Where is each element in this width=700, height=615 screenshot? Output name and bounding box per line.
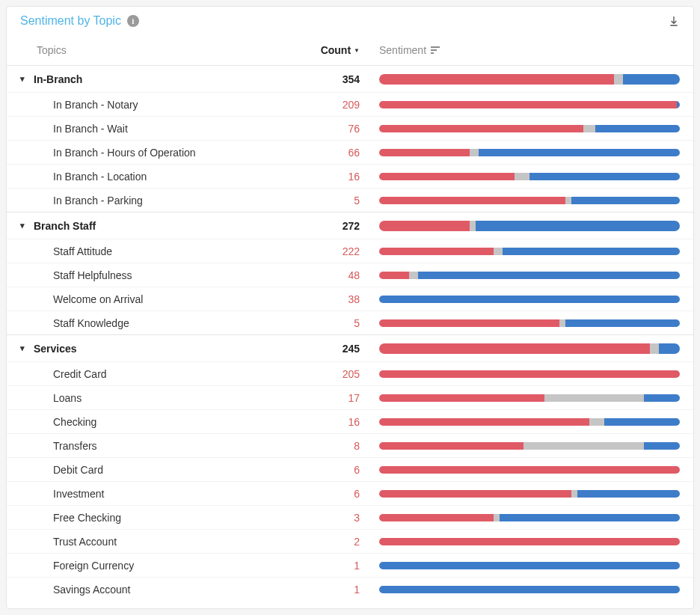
count-cell: 6 xyxy=(304,488,372,500)
topic-row[interactable]: In Branch - Location16 xyxy=(7,164,693,188)
sentiment-bar xyxy=(379,466,680,474)
count-cell: 5 xyxy=(304,317,372,329)
panel-title-wrap: Sentiment by Topic i xyxy=(20,14,139,28)
topic-row[interactable]: In Branch - Notary209 xyxy=(7,92,693,116)
topic-cell: Checking xyxy=(20,416,304,428)
sort-desc-icon: ▼ xyxy=(354,47,360,54)
segment-negative xyxy=(379,466,680,474)
segment-positive xyxy=(379,296,680,303)
download-icon[interactable] xyxy=(668,15,680,27)
sentiment-cell xyxy=(372,490,680,498)
segment-neutral xyxy=(470,221,476,231)
segment-neutral xyxy=(544,394,644,402)
topic-label: In Branch - Notary xyxy=(53,99,138,111)
topic-label: Trust Account xyxy=(53,536,117,548)
topic-label: Savings Account xyxy=(53,584,131,596)
segment-positive xyxy=(623,74,680,85)
topic-label: Branch Staff xyxy=(34,220,96,232)
sentiment-cell xyxy=(372,74,680,85)
topic-cell: Staff Helpfulness xyxy=(20,269,304,281)
topic-label: Foreign Currency xyxy=(53,560,134,572)
segment-neutral xyxy=(559,319,565,327)
topic-row[interactable]: Foreign Currency1 xyxy=(7,553,693,577)
segment-positive xyxy=(677,101,680,108)
segment-neutral xyxy=(583,125,595,132)
column-header-count[interactable]: Count ▼ xyxy=(304,44,372,56)
topic-row[interactable]: Staff Knowledge5 xyxy=(7,310,693,334)
count-cell: 16 xyxy=(304,171,372,183)
topic-row[interactable]: Staff Helpfulness48 xyxy=(7,263,693,287)
topic-label: Debit Card xyxy=(53,464,103,476)
topic-row[interactable]: In Branch - Parking5 xyxy=(7,188,693,212)
topic-row[interactable]: Staff Attitude222 xyxy=(7,239,693,263)
topic-cell: In Branch - Wait xyxy=(20,123,304,135)
topic-row[interactable]: Credit Card205 xyxy=(7,361,693,385)
sentiment-bar xyxy=(379,490,680,498)
topic-label: Staff Helpfulness xyxy=(53,269,132,281)
sentiment-bar xyxy=(379,173,680,180)
topic-row[interactable]: Transfers8 xyxy=(7,433,693,457)
count-cell: 38 xyxy=(304,293,372,305)
segment-negative xyxy=(379,272,409,279)
topic-label: In-Branch xyxy=(34,73,82,85)
segment-negative xyxy=(379,514,494,521)
count-cell: 8 xyxy=(304,440,372,452)
topic-row[interactable]: Welcome on Arrival38 xyxy=(7,287,693,310)
segment-positive xyxy=(476,221,680,231)
count-cell: 1 xyxy=(304,584,372,596)
segment-negative xyxy=(379,538,680,545)
segment-positive xyxy=(379,586,680,593)
topic-row[interactable]: Loans17 xyxy=(7,385,693,409)
segment-neutral xyxy=(571,490,577,498)
segment-negative xyxy=(379,248,494,255)
sentiment-cell xyxy=(372,149,680,156)
segment-positive xyxy=(503,248,680,255)
sentiment-cell xyxy=(372,125,680,132)
segment-positive xyxy=(529,173,680,180)
chevron-down-icon[interactable]: ▾ xyxy=(20,221,34,230)
count-cell: 245 xyxy=(304,343,372,355)
topic-row[interactable]: In Branch - Wait76 xyxy=(7,116,693,140)
topic-cell: ▾Services xyxy=(20,343,304,355)
sentiment-cell xyxy=(372,101,680,108)
count-cell: 66 xyxy=(304,147,372,159)
chevron-down-icon[interactable]: ▾ xyxy=(20,74,34,84)
sentiment-cell xyxy=(372,586,680,593)
panel-header: Sentiment by Topic i xyxy=(7,7,693,34)
sentiment-cell xyxy=(372,562,680,569)
info-icon[interactable]: i xyxy=(127,15,139,27)
topic-label: Services xyxy=(34,343,77,355)
topic-row[interactable]: Free Checking3 xyxy=(7,505,693,529)
segment-neutral xyxy=(565,197,571,204)
sentiment-cell xyxy=(372,319,680,327)
segment-positive xyxy=(565,319,680,327)
sentiment-bar xyxy=(379,586,680,593)
topic-cell: Foreign Currency xyxy=(20,560,304,572)
topic-row[interactable]: Debit Card6 xyxy=(7,457,693,481)
segment-neutral xyxy=(650,343,659,354)
sentiment-bar xyxy=(379,101,680,108)
panel-title: Sentiment by Topic xyxy=(20,14,121,28)
topic-row[interactable]: In Branch - Hours of Operation66 xyxy=(7,140,693,164)
topic-label: Loans xyxy=(53,392,82,404)
count-cell: 209 xyxy=(304,99,372,111)
topic-row[interactable]: Trust Account2 xyxy=(7,529,693,553)
topic-cell: Free Checking xyxy=(20,512,304,524)
column-header-sentiment[interactable]: Sentiment xyxy=(372,44,680,56)
sentiment-bar xyxy=(379,248,680,255)
column-header-topics[interactable]: Topics xyxy=(20,44,304,56)
topic-row[interactable]: Investment6 xyxy=(7,481,693,505)
segment-negative xyxy=(379,370,680,378)
topic-row[interactable]: Checking16 xyxy=(7,409,693,433)
chevron-down-icon[interactable]: ▾ xyxy=(20,343,34,353)
topic-label: Staff Attitude xyxy=(53,245,112,257)
segment-negative xyxy=(379,173,515,180)
topic-group-row[interactable]: ▾In-Branch354 xyxy=(7,65,693,92)
sentiment-bar xyxy=(379,319,680,327)
topic-group-row[interactable]: ▾Services245 xyxy=(7,334,693,361)
count-cell: 1 xyxy=(304,560,372,572)
segment-negative xyxy=(379,221,470,231)
sentiment-bar xyxy=(379,370,680,378)
topic-row[interactable]: Savings Account1 xyxy=(7,577,693,601)
topic-group-row[interactable]: ▾Branch Staff272 xyxy=(7,212,693,239)
